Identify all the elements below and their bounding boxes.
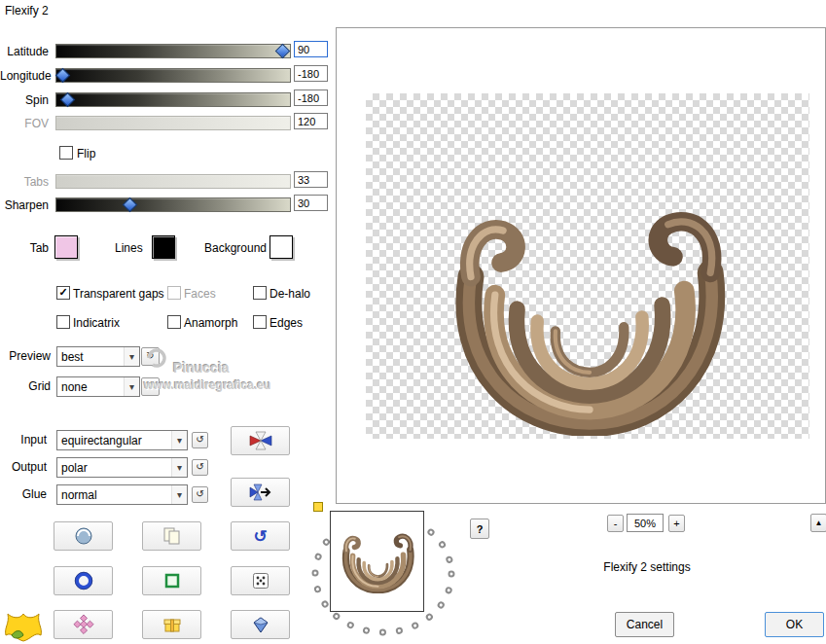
edges-label: Edges bbox=[269, 316, 303, 330]
latitude-value-input[interactable] bbox=[294, 41, 328, 57]
fov-value-input[interactable] bbox=[294, 113, 328, 129]
yellow-gem-icon bbox=[162, 615, 183, 634]
longitude-slider-handle[interactable] bbox=[55, 68, 71, 84]
revert-icon: ↺ bbox=[196, 488, 203, 499]
image-canvas[interactable] bbox=[366, 93, 809, 439]
latitude-slider-handle[interactable] bbox=[275, 44, 291, 59]
thumbnail-pin[interactable] bbox=[313, 502, 323, 512]
minus-icon: - bbox=[614, 518, 618, 529]
preview-combo-value: best bbox=[57, 350, 124, 364]
transparent-gaps-label: Transparent gaps bbox=[73, 287, 164, 301]
copy-icon bbox=[162, 526, 183, 546]
faces-checkbox bbox=[167, 286, 181, 300]
input-combo-label: Input bbox=[0, 433, 47, 447]
yellow-gem-button[interactable] bbox=[142, 610, 201, 639]
spin-slider-handle[interactable] bbox=[60, 92, 76, 108]
check-icon: ✓ bbox=[58, 286, 67, 298]
undo-icon: ↺ bbox=[253, 528, 267, 545]
ring-icon bbox=[74, 571, 93, 590]
input-combo[interactable]: equirectangular ▾ bbox=[56, 430, 188, 450]
longitude-slider[interactable] bbox=[55, 68, 291, 83]
blue-gem-button[interactable] bbox=[231, 610, 290, 639]
spin-slider[interactable] bbox=[55, 92, 291, 107]
flip-label: Flip bbox=[77, 147, 95, 161]
frame-icon bbox=[162, 571, 182, 590]
sharpen-value-input[interactable] bbox=[294, 195, 328, 211]
dice-icon bbox=[251, 571, 270, 590]
sharpen-slider[interactable] bbox=[55, 197, 291, 212]
background-color-label: Background bbox=[204, 241, 267, 255]
indicatrix-label: Indicatrix bbox=[73, 316, 120, 330]
zoom-out-button[interactable]: - bbox=[607, 515, 624, 532]
output-combo[interactable]: polar ▾ bbox=[56, 457, 188, 478]
tabs-value-input[interactable] bbox=[294, 171, 328, 188]
grid-combo-value: none bbox=[57, 380, 124, 394]
pink-cross-icon bbox=[72, 614, 95, 635]
frame-button[interactable] bbox=[142, 566, 201, 595]
flip-checkbox[interactable] bbox=[59, 146, 73, 160]
plus-icon: + bbox=[673, 518, 679, 529]
input-mapping-button[interactable] bbox=[231, 426, 290, 455]
flaming-pear-logo-icon bbox=[2, 610, 45, 643]
latitude-slider[interactable] bbox=[55, 44, 291, 58]
transparent-gaps-checkbox[interactable]: ✓ bbox=[56, 286, 70, 300]
glue-combo-value: normal bbox=[57, 488, 171, 502]
spin-value-input[interactable] bbox=[294, 89, 328, 106]
grid-combo-label: Grid bbox=[0, 379, 51, 393]
preview-combo[interactable]: best ▾ bbox=[56, 346, 140, 367]
output-revert-button[interactable]: ↺ bbox=[192, 459, 208, 476]
output-combo-value: polar bbox=[57, 461, 171, 475]
background-color-swatch[interactable] bbox=[269, 235, 293, 259]
pink-flower-button[interactable] bbox=[54, 610, 113, 639]
glue-mapping-button[interactable] bbox=[231, 478, 290, 507]
anamorph-checkbox[interactable] bbox=[167, 315, 181, 329]
tabs-label: Tabs bbox=[0, 175, 49, 189]
input-combo-value: equirectangular bbox=[57, 434, 171, 447]
preview-artwork bbox=[436, 202, 739, 436]
undo-button[interactable]: ↺ bbox=[231, 521, 290, 551]
zoom-level-value: 50% bbox=[634, 518, 656, 529]
revert-icon: ↺ bbox=[196, 461, 203, 472]
longitude-label: Longitude bbox=[0, 69, 49, 83]
chevron-down-icon: ▾ bbox=[171, 458, 187, 477]
fov-label: FOV bbox=[0, 117, 49, 130]
sharpen-slider-handle[interactable] bbox=[123, 197, 138, 213]
help-button[interactable]: ? bbox=[470, 519, 489, 539]
lines-color-swatch[interactable] bbox=[152, 235, 175, 259]
tab-color-swatch[interactable] bbox=[54, 235, 78, 259]
sphere-icon bbox=[74, 526, 93, 546]
sphere-preview-button[interactable] bbox=[54, 521, 113, 551]
ok-button[interactable]: OK bbox=[765, 612, 824, 637]
de-halo-checkbox[interactable] bbox=[253, 286, 267, 300]
lens-button[interactable] bbox=[54, 566, 113, 595]
help-icon: ? bbox=[477, 523, 484, 535]
chevron-down-icon: ▾ bbox=[171, 485, 187, 504]
thumbnail-preview[interactable] bbox=[330, 511, 424, 612]
randomize-button[interactable] bbox=[231, 566, 290, 595]
copy-settings-button[interactable] bbox=[142, 521, 201, 551]
de-halo-label: De-halo bbox=[269, 287, 310, 301]
watermark-line1: Pinuccia bbox=[173, 360, 230, 376]
preview-revert-button[interactable]: ↻ bbox=[141, 347, 160, 366]
glue-combo[interactable]: normal ▾ bbox=[56, 484, 188, 505]
pinwheel-arrow-icon bbox=[248, 483, 273, 502]
edges-checkbox[interactable] bbox=[253, 315, 267, 329]
longitude-value-input[interactable] bbox=[294, 65, 328, 82]
grid-combo[interactable]: none ▾ bbox=[56, 376, 140, 397]
window-title: Flexify 2 bbox=[5, 4, 49, 18]
zoom-level[interactable]: 50% bbox=[627, 514, 664, 532]
zoom-in-button[interactable]: + bbox=[668, 515, 685, 532]
flexify-dialog: Flexify 2 Latitude Longitude Spin FOV Fl… bbox=[0, 0, 826, 644]
chevron-down-icon: ▾ bbox=[171, 431, 187, 449]
revert-icon: ↺ bbox=[196, 434, 203, 445]
chevron-down-icon: ▾ bbox=[124, 347, 139, 366]
scroll-up-button[interactable]: ▲ bbox=[810, 514, 826, 532]
preview-panel bbox=[336, 27, 826, 504]
input-revert-button[interactable]: ↺ bbox=[192, 432, 208, 448]
cancel-button[interactable]: Cancel bbox=[615, 612, 674, 637]
faces-label: Faces bbox=[184, 287, 216, 301]
indicatrix-checkbox[interactable] bbox=[56, 315, 70, 329]
glue-revert-button[interactable]: ↺ bbox=[192, 486, 208, 503]
thumbnail-artwork bbox=[337, 531, 418, 593]
pinwheel-icon bbox=[248, 431, 273, 450]
